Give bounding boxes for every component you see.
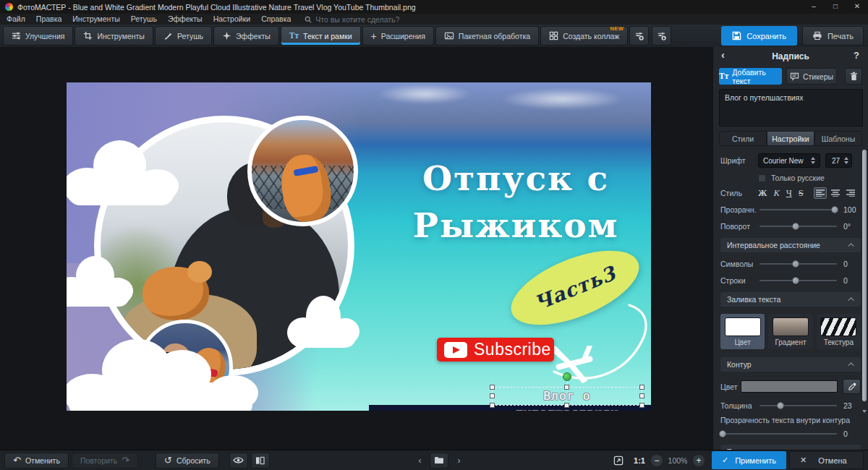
fit-screen-icon (613, 456, 624, 466)
resize-handle-tm[interactable] (564, 385, 569, 390)
menu-edit[interactable]: Правка (36, 14, 61, 25)
before-after-button[interactable] (251, 453, 270, 469)
panel-scrollbar[interactable] (862, 150, 867, 401)
cloud-shape (67, 256, 133, 307)
font-family-dropdown[interactable]: Courier New (758, 153, 820, 168)
text-settings-panel: ‹ Надпись ? Tт Добавить текст Стикеры Вл… (712, 47, 868, 450)
menu-help[interactable]: Справка (261, 14, 291, 25)
tab-create-collage[interactable]: Создать коллаж NEW (540, 26, 628, 46)
chars-slider[interactable] (760, 260, 837, 268)
save-button[interactable]: Сохранить (721, 26, 797, 46)
resize-handle-br[interactable] (639, 403, 644, 408)
tab-text-and-frames[interactable]: Tт Текст и рамки (281, 26, 361, 46)
tab-extensions[interactable]: + Расширения (362, 26, 434, 46)
bold-button[interactable]: Ж (758, 188, 767, 199)
thumbnail-title[interactable]: Отпуск с Рыжиком (354, 155, 651, 249)
redo-icon: ↷ (122, 456, 129, 465)
open-folder-button[interactable] (430, 453, 448, 469)
tab-enhancements[interactable]: Улучшения (3, 26, 73, 46)
redo-button[interactable]: Повторить ↷ (72, 453, 138, 469)
fill-texture-option[interactable]: Текстура (817, 314, 861, 349)
selected-text-box[interactable]: Влог о путелшаствиях (492, 387, 642, 406)
section-text-fill[interactable]: Заливка текста (720, 292, 861, 307)
tab-styles[interactable]: Стили (719, 131, 767, 146)
print-button[interactable]: Печать (802, 26, 864, 46)
resize-handle-tl[interactable] (490, 385, 495, 390)
canvas-image[interactable]: Отпуск с Рыжиком Часть3 Subscribe Влог о… (67, 82, 651, 411)
text-content-input[interactable]: Влог о путелшаствиях (719, 89, 863, 127)
undo-button[interactable]: ↶ Отменить (4, 453, 69, 469)
tab-label: Расширения (381, 32, 425, 40)
zoom-in-button[interactable]: + (693, 455, 705, 466)
outline-color-swatch[interactable] (741, 380, 838, 393)
underline-button[interactable]: Ч (786, 188, 792, 199)
help-icon[interactable]: ? (854, 50, 859, 61)
menu-effects[interactable]: Эффекты (168, 14, 203, 25)
subscribe-label: Subscribe (474, 340, 551, 359)
cloud-puff (67, 286, 129, 307)
menu-settings[interactable]: Настройки (213, 14, 251, 25)
prev-photo-button[interactable]: ‹ (412, 453, 427, 469)
rotation-handle[interactable] (563, 372, 571, 381)
photo-circle-cat-canyon[interactable] (247, 116, 358, 226)
stickers-button[interactable]: Стикеры (786, 68, 837, 85)
resize-handle-tr[interactable] (639, 385, 644, 390)
preset-add-button[interactable] (629, 26, 649, 46)
italic-button[interactable]: К (773, 188, 779, 199)
back-icon[interactable]: ‹ (721, 48, 725, 61)
resize-handle-ml[interactable] (490, 393, 495, 398)
tab-batch-processing[interactable]: Пакетная обработка (435, 26, 539, 46)
reset-button[interactable]: ↺ Сбросить (156, 453, 219, 469)
lines-slider[interactable] (760, 276, 837, 285)
subscribe-sticker[interactable]: Subscribe (437, 338, 554, 362)
fill-gradient-option[interactable]: Градиент (768, 314, 812, 349)
align-left-button[interactable] (814, 187, 827, 199)
outline-color-row: Цвет (720, 379, 861, 394)
resize-handle-bm[interactable] (564, 403, 569, 408)
rotation-slider[interactable] (760, 222, 837, 231)
only-russian-checkbox[interactable] (758, 174, 766, 182)
font-size-stepper[interactable]: 27 (825, 153, 852, 168)
fill-color-option[interactable]: Цвет (720, 314, 765, 349)
align-right-button[interactable] (844, 187, 857, 199)
close-button[interactable]: ✕ (846, 0, 868, 14)
thickness-slider[interactable] (760, 401, 837, 410)
apply-button[interactable]: ✓ Применить (712, 451, 786, 469)
section-spacing[interactable]: Интервальное расстояние (720, 238, 861, 252)
inner-opacity-slider[interactable] (720, 430, 837, 438)
resize-handle-mr[interactable] (639, 393, 644, 398)
actual-size-button[interactable]: 1:1 (631, 456, 648, 465)
add-text-button[interactable]: Tт Добавить текст (719, 68, 782, 85)
menu-tools[interactable]: Инструменты (72, 14, 119, 25)
tab-tools[interactable]: Инструменты (75, 26, 153, 46)
quick-search[interactable]: Что вы хотите сделать? (305, 15, 399, 24)
delete-text-button[interactable] (845, 68, 862, 85)
rotation-row: Поворот 0° (720, 222, 861, 231)
resize-handle-bl[interactable] (490, 403, 495, 408)
fit-screen-button[interactable] (609, 453, 628, 469)
section-outline[interactable]: Контур (720, 357, 861, 372)
maximize-button[interactable]: □ (825, 0, 846, 14)
strikethrough-button[interactable]: S (799, 188, 804, 199)
preview-original-button[interactable] (229, 453, 248, 469)
tab-retouch[interactable]: Ретушь (155, 26, 212, 46)
tab-templates[interactable]: Шаблоны (814, 131, 862, 146)
scrollbar-down-arrow[interactable] (861, 408, 867, 415)
menu-file[interactable]: Файл (7, 14, 25, 25)
menu-retouch[interactable]: Ретушь (131, 14, 157, 25)
thickness-value: 23 (843, 401, 861, 410)
preset-export-button[interactable] (652, 26, 671, 46)
cancel-button[interactable]: ✕ Отмена (789, 451, 864, 469)
align-center-button[interactable] (829, 187, 842, 199)
tab-effects[interactable]: Эффекты (213, 26, 279, 46)
zoom-out-button[interactable]: − (651, 455, 663, 466)
next-photo-button[interactable]: › (451, 453, 466, 469)
toolbar-right-group: Сохранить Печать (721, 26, 865, 46)
font-row: Шрифт Courier New 27 (720, 153, 861, 168)
minimize-button[interactable]: – (803, 0, 825, 14)
search-placeholder: Что вы хотите сделать? (315, 15, 399, 24)
eyedropper-button[interactable] (843, 379, 861, 394)
sparkle-icon (222, 31, 231, 40)
tab-settings[interactable]: Настройки (767, 131, 814, 146)
opacity-slider[interactable] (760, 205, 837, 214)
